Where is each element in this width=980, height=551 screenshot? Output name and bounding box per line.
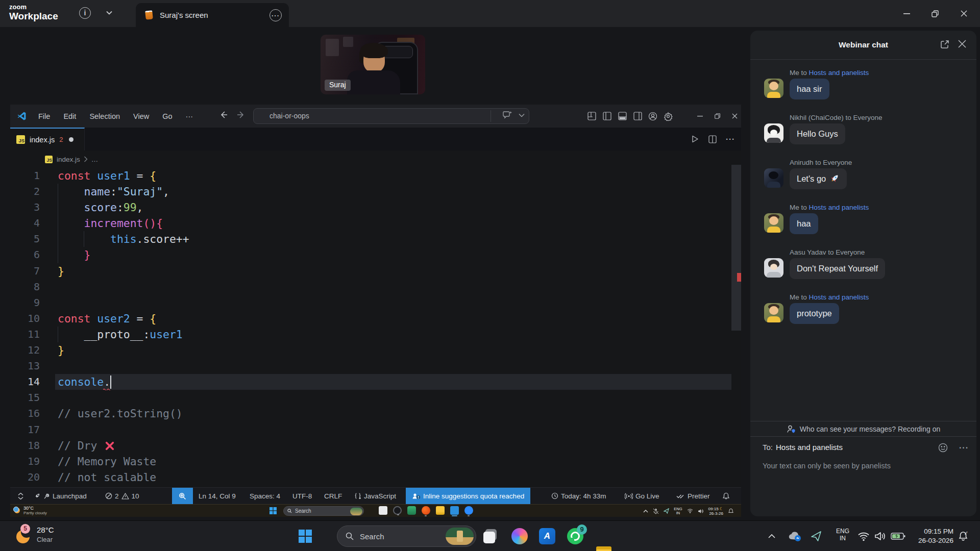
account-icon[interactable] <box>645 112 660 121</box>
notification-bell-icon[interactable]: zz <box>958 521 969 551</box>
code-line-10[interactable]: 10const user2 = { <box>10 311 741 327</box>
start-button[interactable] <box>299 530 312 543</box>
speaker-video-thumbnail[interactable]: Suraj <box>321 35 425 94</box>
code-line-3[interactable]: 3 score:99, <box>10 199 741 215</box>
statusbar-search-tile[interactable] <box>172 488 193 504</box>
statusbar-language[interactable]: JavaScript <box>354 488 396 504</box>
statusbar-prettier[interactable]: Prettier <box>676 488 710 504</box>
volume-icon[interactable] <box>874 521 886 551</box>
statusbar-today-timer[interactable]: Today: 4h 33m <box>551 488 606 504</box>
code-line-5[interactable]: 5 this.score++ <box>10 231 741 247</box>
battery-icon[interactable] <box>891 521 905 551</box>
statusbar-golive[interactable]: Go Live <box>625 488 659 504</box>
app-icon[interactable] <box>379 506 387 515</box>
tab-indexjs[interactable]: JS index.js 2 <box>10 128 85 151</box>
code-line-9[interactable]: 9 <box>10 295 741 311</box>
code-line-4[interactable]: 4 increment(){ <box>10 215 741 231</box>
copilot-icon[interactable] <box>511 528 528 544</box>
shared-clock[interactable]: 09:15 ☾ 26-3-26 <box>708 507 723 516</box>
statusbar-eol[interactable]: CRLF <box>324 488 342 504</box>
window-close-button[interactable] <box>952 0 975 27</box>
shared-language-indicator[interactable]: ENGIN <box>674 507 682 515</box>
code-editor[interactable]: 1const user1 = {2 name:"Suraj",3 score:9… <box>10 168 741 487</box>
code-line-16[interactable]: 16// user2.toString() <box>10 406 741 421</box>
sidebar-right-icon[interactable] <box>630 112 645 120</box>
notifications-bell-icon[interactable] <box>722 488 730 504</box>
volume-icon[interactable] <box>698 509 704 514</box>
window-restore-button[interactable] <box>923 0 947 27</box>
chat-popout-icon[interactable] <box>940 39 950 49</box>
panel-bottom-icon[interactable] <box>615 112 630 120</box>
taskbar-clock[interactable]: 09:15 PM26-03-2026 <box>914 521 953 551</box>
location-icon[interactable] <box>664 508 669 514</box>
menu-[interactable]: ··· <box>186 112 193 120</box>
tab-more-icon[interactable]: ··· <box>270 9 282 21</box>
menu-go[interactable]: Go <box>162 112 172 120</box>
settings-gear-icon[interactable] <box>660 112 676 121</box>
brave-icon[interactable] <box>422 506 430 515</box>
copilot-chat-icon[interactable] <box>502 111 512 120</box>
code-line-13[interactable]: 13 <box>10 358 741 374</box>
code-line-17[interactable]: 17 <box>10 422 741 438</box>
code-line-2[interactable]: 2 name:"Suraj", <box>10 184 741 199</box>
folder-icon[interactable] <box>436 506 445 515</box>
remote-indicator[interactable] <box>10 488 31 504</box>
chat-recipient-row[interactable]: To:Hosts and panelists <box>763 443 843 452</box>
taskbar-weather-widget[interactable]: 5 28°C Clear <box>15 525 54 544</box>
window-minimize-button[interactable] <box>895 0 918 27</box>
vscode-search-box[interactable]: chai-or-oops <box>253 108 529 124</box>
location-arrow-icon[interactable] <box>811 521 822 551</box>
app-icon[interactable] <box>407 506 416 515</box>
file-explorer-icon[interactable] <box>596 544 612 551</box>
message-bubble[interactable]: Let's go <box>790 168 847 189</box>
wifi-icon[interactable] <box>857 521 870 551</box>
taskbar-search-box[interactable]: Search <box>337 525 476 547</box>
menu-file[interactable]: File <box>38 112 50 120</box>
shared-start-button[interactable] <box>270 507 277 514</box>
code-line-11[interactable]: 11 __proto__:user1 <box>10 327 741 342</box>
wifi-icon[interactable] <box>687 509 693 513</box>
statusbar-spaces[interactable]: Spaces: 4 <box>250 488 280 504</box>
code-line-19[interactable]: 19// Memory Waste <box>10 454 741 469</box>
shared-search-box[interactable]: Search <box>283 506 364 516</box>
forward-arrow-icon[interactable] <box>236 110 246 119</box>
vscode-close-icon[interactable] <box>727 113 742 119</box>
chat-message-list[interactable]: Me to Hosts and panelistshaa sirNikhil (… <box>750 68 976 337</box>
message-bubble[interactable]: Don't Repeat Yourself <box>790 258 885 279</box>
statusbar-inline-suggestions[interactable]: Inline suggestions quota reached <box>406 488 530 504</box>
emoji-icon[interactable] <box>938 443 948 453</box>
language-indicator[interactable]: ENGIN <box>836 521 849 551</box>
editor-scrollbar[interactable] <box>731 165 741 331</box>
chat-close-icon[interactable] <box>958 39 967 48</box>
onedrive-icon[interactable] <box>788 521 802 551</box>
search-dropdown-icon[interactable] <box>519 113 525 117</box>
shared-notifications-icon[interactable] <box>728 508 734 514</box>
message-bubble[interactable]: haa sir <box>790 79 829 99</box>
vscode-taskbar-icon[interactable] <box>450 506 459 515</box>
code-line-7[interactable]: 7} <box>10 263 741 279</box>
code-line-1[interactable]: 1const user1 = { <box>10 168 741 184</box>
app-a-icon[interactable]: A <box>539 528 555 544</box>
code-line-20[interactable]: 20// not scalable <box>10 469 741 485</box>
run-button-icon[interactable] <box>691 135 699 143</box>
statusbar-launchpad[interactable]: Launchpad <box>34 488 87 504</box>
menu-view[interactable]: View <box>133 112 149 120</box>
customize-layout-icon[interactable] <box>584 112 599 120</box>
back-arrow-icon[interactable] <box>219 110 228 119</box>
shared-weather-widget[interactable]: 30°C Partly cloudy <box>13 506 47 515</box>
breadcrumb[interactable]: JS index.js … <box>10 151 741 168</box>
menu-selection[interactable]: Selection <box>89 112 120 120</box>
tray-expand-icon[interactable] <box>768 521 775 551</box>
statusbar-problems[interactable]: 2 10 <box>105 488 139 504</box>
task-view-icon[interactable] <box>482 528 499 544</box>
split-editor-icon[interactable] <box>708 135 717 143</box>
obs-icon[interactable] <box>393 506 402 515</box>
statusbar-encoding[interactable]: UTF-8 <box>292 488 312 504</box>
chat-privacy-note[interactable]: Who can see your messages? Recording on <box>750 421 976 437</box>
code-line-14[interactable]: 14console. <box>10 374 741 390</box>
chevron-down-icon[interactable] <box>106 10 113 15</box>
whatsapp-icon[interactable]: 9 <box>567 528 583 544</box>
code-line-6[interactable]: 6 } <box>10 247 741 263</box>
editor-more-icon[interactable]: ··· <box>726 135 735 143</box>
tray-expand-icon[interactable] <box>643 510 648 513</box>
